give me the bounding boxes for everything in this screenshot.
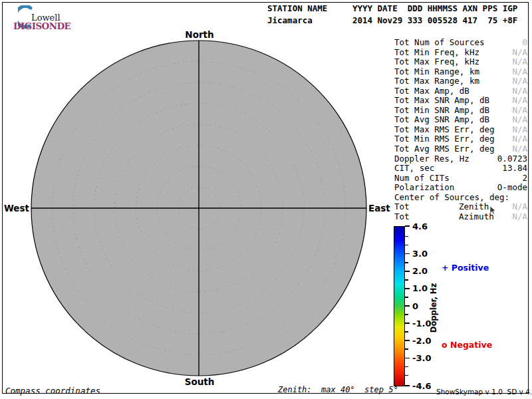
stats-row: Tot Max RMS Err, degN/A: [394, 124, 527, 134]
stats-label: Tot Avg SNR Amp, dB: [394, 114, 489, 124]
stats-value: N/A: [512, 66, 527, 76]
stats-row: CIT, sec13.84: [394, 163, 527, 173]
stats-label: Tot Max Amp, dB: [394, 86, 469, 96]
stats-row: Tot Num of Sources0: [394, 37, 527, 47]
colorbar-major-tick: [405, 385, 410, 386]
colorbar-tick-label: -2.0: [412, 336, 431, 346]
colorbar-minor-tick: [405, 297, 408, 298]
colorbar-minor-tick: [405, 262, 408, 263]
colorbar-tick-label: 2.0: [412, 266, 428, 276]
colorbar-tick-label: 4.6: [412, 221, 428, 231]
stats-value: N/A: [512, 114, 527, 124]
stats-value: N/A: [512, 95, 527, 105]
stats-label: Tot Max SNR Amp, dB: [394, 95, 489, 105]
colorbar-minor-tick: [405, 279, 408, 281]
stats-value: N/A: [512, 47, 527, 57]
stats-value: N/A: [512, 134, 527, 144]
stats-label: Tot Min RMS Err, deg: [394, 134, 495, 144]
stats-label: Tot Min Freq, kHz: [394, 47, 479, 57]
colorbar-tick-label: 3.0: [412, 249, 428, 259]
stats-row: Tot Max Range, kmN/A: [394, 76, 527, 86]
stats-row: Num of CITs2: [394, 173, 527, 183]
colorbar-minor-tick: [405, 314, 408, 315]
stats-sublabel: Zenith: [459, 201, 489, 211]
stats-value: 0: [522, 37, 527, 47]
stats-value: N/A: [512, 57, 527, 66]
stats-value: O-mode: [497, 182, 527, 192]
legend-negative: o Negative: [442, 340, 492, 350]
stats-value: N/A: [512, 201, 527, 211]
colorbar-major-tick: [405, 288, 410, 289]
stats-row: Tot Max SNR Amp, dBN/A: [394, 95, 527, 105]
stats-row: Center of Sources, deg:: [394, 192, 527, 202]
colorbar-minor-tick: [405, 348, 408, 350]
colorbar-minor-tick: [405, 245, 408, 246]
stats-row: Tot Avg SNR Amp, dBN/A: [394, 114, 527, 124]
stats-label: Tot: [394, 211, 410, 221]
colorbar-tick-label: -3.0: [412, 353, 431, 363]
colorbar-tick-label: -4.6: [412, 381, 431, 391]
colorbar-major-tick: [405, 253, 410, 255]
stats-row: Doppler Res, Hz0.0723: [394, 154, 527, 164]
stats-row: TotZenithN/A: [394, 201, 527, 211]
stats-row: TotAzimuthN/A: [394, 211, 527, 221]
colorbar-minor-tick: [405, 331, 408, 332]
stats-value: N/A: [512, 76, 527, 86]
colorbar-major-tick: [405, 305, 410, 307]
stats-value: 0.0723: [497, 154, 527, 164]
stats-label: Tot Max Range, km: [394, 76, 479, 86]
legend-positive: + Positive: [442, 263, 489, 273]
stats-label: Tot Avg RMS Err, deg: [394, 144, 495, 154]
stats-value: 13.84: [502, 163, 527, 173]
colorbar-major-tick: [405, 358, 410, 359]
measurement-stats-table: Tot Num of Sources0Tot Min Freq, kHzN/AT…: [394, 37, 527, 221]
colorbar-major-tick: [405, 323, 410, 324]
stats-sublabel: Azimuth: [459, 211, 494, 221]
stats-label: Tot Min Range, km: [394, 66, 479, 76]
stats-label: Center of Sources, deg:: [394, 192, 509, 202]
stats-row: Tot Min Freq, kHzN/A: [394, 47, 527, 57]
stats-label: CIT, sec: [394, 163, 434, 173]
compass-label-north: North: [166, 29, 233, 40]
colorbar-minor-tick: [405, 375, 408, 376]
stats-row: Tot Max Freq, kHzN/A: [394, 57, 527, 66]
footer-coordinates-mode: Compass coordinates: [5, 386, 100, 396]
colorbar-major-tick: [405, 271, 410, 272]
stats-value: N/A: [512, 105, 527, 115]
footer-version-info: ShowSkymap v 1.0 SD v 4.2: [436, 388, 532, 396]
colorbar-minor-tick: [405, 236, 408, 237]
stats-value: N/A: [512, 86, 527, 96]
showskymap-window: Lowell DIGISONDE STATION NAME YYYY DATE …: [0, 0, 532, 399]
mouse-cursor-icon: [490, 206, 496, 215]
stats-label: Doppler Res, Hz: [394, 154, 469, 164]
doppler-colorbar: [394, 226, 405, 386]
stats-value: 2: [522, 173, 527, 183]
colorbar-minor-tick: [405, 366, 408, 368]
compass-label-south: South: [166, 376, 233, 387]
stats-row: Tot Avg RMS Err, degN/A: [394, 144, 527, 154]
colorbar-axis-title: Doppler, Hz: [429, 283, 438, 332]
stats-label: Tot Min SNR Amp, dB: [394, 105, 489, 115]
colorbar-major-tick: [405, 225, 410, 227]
stats-value: N/A: [512, 211, 527, 221]
colorbar-tick-label: 0: [412, 301, 418, 311]
footer-zenith-scale: Zenith: max 40° step 5°: [278, 385, 398, 394]
stats-label: Polarization: [394, 182, 454, 192]
stats-label: Tot: [394, 201, 410, 211]
stats-row: Tot Max Amp, dBN/A: [394, 86, 527, 96]
stats-label: Tot Num of Sources: [394, 37, 484, 47]
stats-value: N/A: [512, 144, 527, 154]
stats-label: Num of CITs: [394, 173, 450, 183]
stats-label: Tot Max Freq, kHz: [394, 57, 479, 66]
colorbar-tick-label: 1.0: [412, 283, 428, 293]
stats-row: PolarizationO-mode: [394, 182, 527, 192]
stats-row: Tot Min SNR Amp, dBN/A: [394, 105, 527, 115]
compass-label-west: West: [0, 203, 29, 213]
stats-label: Tot Max RMS Err, deg: [394, 124, 495, 134]
stats-value: N/A: [512, 124, 527, 134]
stats-row: Tot Min RMS Err, degN/A: [394, 134, 527, 144]
colorbar-major-tick: [405, 340, 410, 341]
stats-row: Tot Min Range, kmN/A: [394, 66, 527, 76]
